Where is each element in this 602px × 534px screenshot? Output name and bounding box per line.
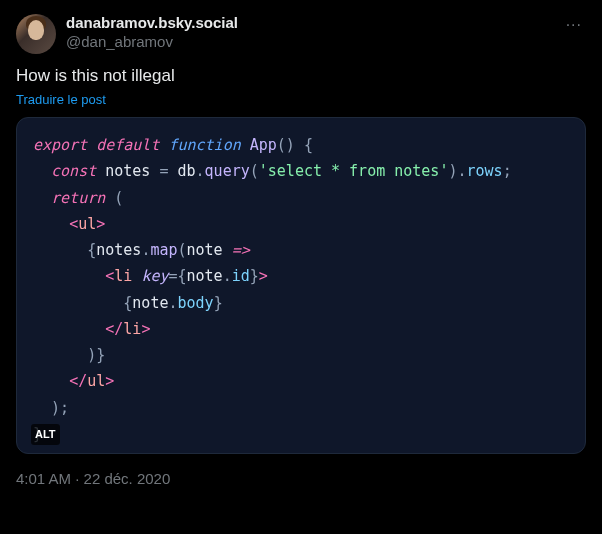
- timestamp[interactable]: 4:01 AM · 22 déc. 2020: [16, 470, 586, 487]
- param-note: note: [187, 241, 223, 259]
- ul-close-gt: >: [105, 372, 114, 390]
- dot2: .: [457, 162, 466, 180]
- ul-open-gt: >: [96, 215, 105, 233]
- ul-close-tag: ul: [87, 372, 105, 390]
- prop-body: body: [178, 294, 214, 312]
- equals: =: [159, 162, 168, 180]
- li-close-lt: </: [105, 320, 123, 338]
- code-image[interactable]: export default function App() { const no…: [16, 117, 586, 454]
- alt-badge[interactable]: ALT: [31, 424, 60, 445]
- note-ref2: note: [132, 294, 168, 312]
- kw-default: default: [96, 136, 159, 154]
- avatar[interactable]: [16, 14, 56, 54]
- body-brace-open: {: [123, 294, 132, 312]
- li-tag: li: [114, 267, 132, 285]
- more-icon[interactable]: ···: [562, 14, 586, 36]
- parens: (): [277, 136, 295, 154]
- ul-tag: ul: [78, 215, 96, 233]
- dot4: .: [223, 267, 232, 285]
- post-header: danabramov.bsky.social @dan_abramov ···: [16, 14, 586, 54]
- li-close-tag: li: [123, 320, 141, 338]
- li-open-gt: >: [259, 267, 268, 285]
- paren-open2: (: [114, 189, 123, 207]
- ident-notes: notes: [105, 162, 150, 180]
- ret-close: );: [51, 399, 69, 417]
- ident-db: db: [178, 162, 196, 180]
- ul-open-lt: <: [69, 215, 78, 233]
- timestamp-sep: ·: [71, 470, 84, 487]
- kw-const: const: [51, 162, 96, 180]
- query-string: 'select * from notes': [259, 162, 449, 180]
- kw-export: export: [33, 136, 87, 154]
- post-date: 22 déc. 2020: [84, 470, 171, 487]
- note-ref1: note: [187, 267, 223, 285]
- fn-query: query: [205, 162, 250, 180]
- translate-link[interactable]: Traduire le post: [16, 92, 106, 107]
- key-brace-close: }: [250, 267, 259, 285]
- prop-rows: rows: [467, 162, 503, 180]
- eq: =: [168, 267, 177, 285]
- kw-function: function: [168, 136, 240, 154]
- map-close: )}: [87, 346, 105, 364]
- post-container: danabramov.bsky.social @dan_abramov ··· …: [0, 0, 602, 499]
- handle: @dan_abramov: [66, 33, 562, 52]
- semi: ;: [503, 162, 512, 180]
- dot5: .: [168, 294, 177, 312]
- post-text: How is this not illegal: [16, 66, 586, 86]
- dot1: .: [196, 162, 205, 180]
- prop-id: id: [232, 267, 250, 285]
- display-name: danabramov.bsky.social: [66, 14, 562, 33]
- code-block: export default function App() { const no…: [33, 132, 569, 447]
- paren-open: (: [250, 162, 259, 180]
- jsx-brace-open: {: [87, 241, 96, 259]
- fn-map: map: [150, 241, 177, 259]
- author-names[interactable]: danabramov.bsky.social @dan_abramov: [66, 14, 562, 52]
- li-open-lt: <: [105, 267, 114, 285]
- key-brace-open: {: [178, 267, 187, 285]
- li-close-gt: >: [141, 320, 150, 338]
- ident-notes2: notes: [96, 241, 141, 259]
- fn-app: App: [250, 136, 277, 154]
- arrow: =>: [232, 241, 250, 259]
- body-brace-close: }: [214, 294, 223, 312]
- attr-key: key: [141, 267, 168, 285]
- paren-open3: (: [178, 241, 187, 259]
- post-time: 4:01 AM: [16, 470, 71, 487]
- kw-return: return: [51, 189, 105, 207]
- brace-open: {: [304, 136, 313, 154]
- ul-close-lt: </: [69, 372, 87, 390]
